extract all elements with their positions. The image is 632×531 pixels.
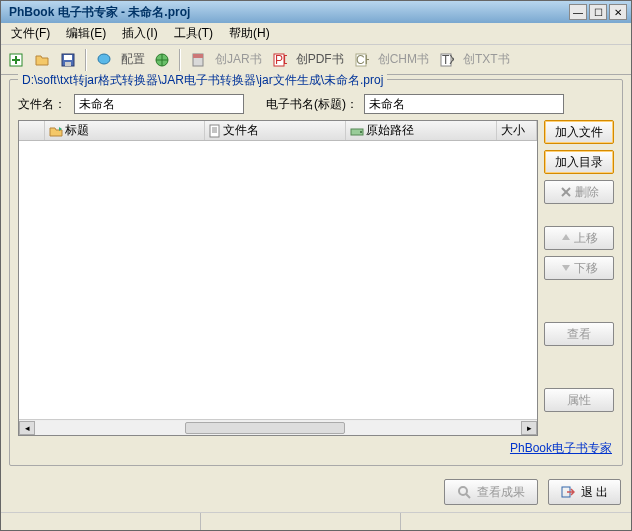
body-area: D:\soft\txt转jar格式转换器\JAR电子书转换器\jar文件生成\未… (1, 75, 631, 472)
project-path: D:\soft\txt转jar格式转换器\JAR电子书转换器\jar文件生成\未… (18, 72, 387, 89)
pdf-icon[interactable]: PDF (268, 49, 290, 71)
svg-line-22 (466, 494, 470, 498)
svg-point-21 (459, 487, 467, 495)
maximize-button[interactable]: ☐ (589, 4, 607, 20)
scroll-thumb[interactable] (185, 422, 345, 434)
toolbar-separator (85, 49, 87, 71)
create-pdf-label[interactable]: 创PDF书 (294, 51, 346, 68)
delete-icon (560, 186, 572, 198)
menu-edit[interactable]: 编辑(E) (60, 23, 112, 44)
up-arrow-icon (561, 233, 571, 243)
chat-icon[interactable] (93, 49, 115, 71)
svg-rect-5 (65, 62, 71, 66)
document-icon (209, 124, 221, 138)
create-txt-label[interactable]: 创TXT书 (461, 51, 512, 68)
svg-rect-4 (64, 55, 72, 60)
globe-icon[interactable] (151, 49, 173, 71)
svg-text:TXT: TXT (442, 53, 454, 67)
menu-insert[interactable]: 插入(I) (116, 23, 163, 44)
open-button[interactable] (31, 49, 53, 71)
new-button[interactable] (5, 49, 27, 71)
file-name-label: 文件名： (18, 96, 68, 113)
col-title[interactable]: 标题 (45, 121, 205, 140)
horizontal-scrollbar[interactable]: ◂ ▸ (19, 419, 537, 435)
window-controls: — ☐ ✕ (569, 4, 627, 20)
menu-bar: 文件(F) 编辑(E) 插入(I) 工具(T) 帮助(H) (1, 23, 631, 45)
chm-icon[interactable]: CHM (350, 49, 372, 71)
col-index[interactable] (19, 121, 45, 140)
move-down-button[interactable]: 下移 (544, 256, 614, 280)
table-body[interactable] (19, 141, 537, 419)
config-label[interactable]: 配置 (119, 51, 147, 68)
svg-text:CHM: CHM (356, 53, 369, 67)
add-dir-button[interactable]: 加入目录 (544, 150, 614, 174)
menu-help[interactable]: 帮助(H) (223, 23, 276, 44)
scroll-track[interactable] (35, 421, 521, 435)
bottom-bar: 查看成果 退 出 (1, 472, 631, 512)
save-button[interactable] (57, 49, 79, 71)
svg-point-18 (360, 131, 362, 133)
scroll-left-arrow[interactable]: ◂ (19, 421, 35, 435)
svg-rect-9 (193, 54, 203, 58)
toolbar-separator (179, 49, 181, 71)
minimize-button[interactable]: — (569, 4, 587, 20)
link-row: PhBook电子书专家 (18, 436, 614, 457)
delete-button[interactable]: 删除 (544, 180, 614, 204)
drive-icon (350, 124, 364, 138)
status-seg-1 (1, 513, 201, 530)
exit-icon (561, 485, 575, 499)
move-up-button[interactable]: 上移 (544, 226, 614, 250)
book-title-input[interactable] (364, 94, 564, 114)
down-arrow-icon (561, 263, 571, 273)
window-title: PhBook 电子书专家 - 未命名.proj (5, 4, 569, 21)
status-seg-3 (401, 513, 631, 530)
exit-button[interactable]: 退 出 (548, 479, 621, 505)
svg-text:PDF: PDF (275, 53, 287, 67)
toolbar: 配置 创JAR书 PDF 创PDF书 CHM 创CHM书 TXT 创TXT书 (1, 45, 631, 75)
folder-arrow-icon (49, 124, 63, 138)
properties-button[interactable]: 属性 (544, 388, 614, 412)
title-bar: PhBook 电子书专家 - 未命名.proj — ☐ ✕ (1, 1, 631, 23)
search-icon (457, 485, 471, 499)
svg-point-6 (98, 54, 110, 64)
project-group: D:\soft\txt转jar格式转换器\JAR电子书转换器\jar文件生成\未… (9, 79, 623, 466)
create-chm-label[interactable]: 创CHM书 (376, 51, 431, 68)
menu-file[interactable]: 文件(F) (5, 23, 56, 44)
preview-button[interactable]: 查看 (544, 322, 614, 346)
phbook-link[interactable]: PhBook电子书专家 (510, 441, 612, 455)
menu-tools[interactable]: 工具(T) (168, 23, 219, 44)
scroll-right-arrow[interactable]: ▸ (521, 421, 537, 435)
file-name-input[interactable] (74, 94, 244, 114)
file-table: 标题 文件名 原始路径 大小 ◂ (18, 120, 538, 436)
book-title-label: 电子书名(标题)： (266, 96, 358, 113)
col-path[interactable]: 原始路径 (346, 121, 497, 140)
view-results-button[interactable]: 查看成果 (444, 479, 538, 505)
table-header: 标题 文件名 原始路径 大小 (19, 121, 537, 141)
status-bar (1, 512, 631, 530)
txt-icon[interactable]: TXT (435, 49, 457, 71)
svg-rect-16 (210, 125, 219, 137)
jar-icon[interactable] (187, 49, 209, 71)
status-seg-2 (201, 513, 401, 530)
col-size[interactable]: 大小 (497, 121, 537, 140)
col-filename[interactable]: 文件名 (205, 121, 346, 140)
form-row: 文件名： 电子书名(标题)： (18, 94, 614, 114)
mid-section: 标题 文件名 原始路径 大小 ◂ (18, 120, 614, 436)
create-jar-label[interactable]: 创JAR书 (213, 51, 264, 68)
side-buttons: 加入文件 加入目录 删除 上移 下移 (544, 120, 614, 436)
close-button[interactable]: ✕ (609, 4, 627, 20)
add-file-button[interactable]: 加入文件 (544, 120, 614, 144)
app-window: PhBook 电子书专家 - 未命名.proj — ☐ ✕ 文件(F) 编辑(E… (0, 0, 632, 531)
